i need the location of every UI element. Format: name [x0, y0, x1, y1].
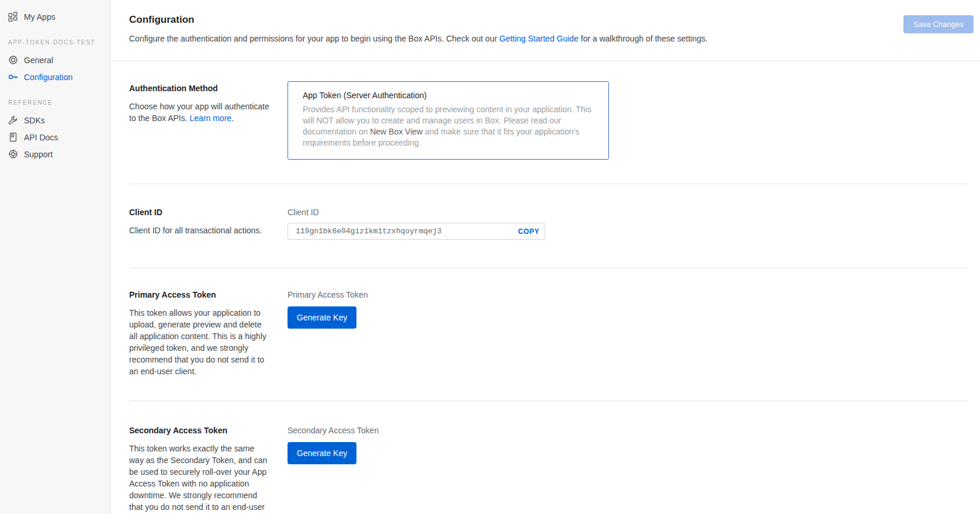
client-id-input[interactable] [288, 223, 545, 240]
content: Authentication Method Choose how your ap… [110, 61, 980, 514]
sidebar-item-label: Support [24, 150, 53, 159]
document-icon [8, 132, 18, 142]
key-icon [8, 72, 18, 82]
sidebar-reference-label: REFERENCE [8, 99, 110, 106]
client-id-label: Client ID [129, 208, 269, 217]
gear-icon [8, 55, 18, 65]
section-secondary-access-token: Secondary Access Token This token works … [129, 401, 967, 514]
primary-token-field-label: Primary Access Token [288, 290, 967, 299]
sidebar: My Apps APP-TOKEN-DOCS-TEST General Conf… [0, 0, 110, 514]
client-id-description: Client ID for all transactional actions. [129, 225, 269, 236]
sidebar-item-label: My Apps [24, 12, 56, 22]
grid-icon [8, 12, 18, 22]
sidebar-app-section-label: APP-TOKEN-DOCS-TEST [8, 39, 110, 46]
page-title: Configuration [129, 14, 967, 26]
app-token-option-title: App Token (Server Authentication) [303, 91, 594, 100]
primary-token-label: Primary Access Token [129, 290, 269, 299]
sidebar-item-label: General [24, 56, 53, 65]
secondary-token-field-label: Secondary Access Token [288, 426, 967, 435]
lifebuoy-icon [8, 149, 18, 159]
auth-method-description: Choose how your app will authenticate to… [129, 101, 269, 124]
client-id-field-label: Client ID [288, 208, 967, 217]
app-token-option-card[interactable]: App Token (Server Authentication) Provid… [288, 81, 609, 160]
client-id-field: COPY [288, 223, 545, 240]
section-client-id: Client ID Client ID for all transactiona… [129, 184, 967, 268]
learn-more-link[interactable]: Learn more. [190, 113, 234, 123]
sidebar-item-label: SDKs [24, 116, 45, 125]
app-token-option-description: Provides API functionality scoped to pre… [303, 104, 594, 149]
save-changes-button[interactable]: Save Changes [903, 15, 974, 33]
secondary-token-label: Secondary Access Token [129, 426, 269, 435]
primary-token-description: This token allows your application to up… [129, 307, 269, 377]
section-authentication-method: Authentication Method Choose how your ap… [129, 61, 967, 184]
copy-button[interactable]: COPY [518, 227, 539, 236]
sidebar-item-configuration[interactable]: Configuration [8, 68, 110, 85]
wrench-icon [8, 115, 18, 125]
sidebar-item-support[interactable]: Support [8, 146, 110, 163]
sidebar-item-general[interactable]: General [8, 51, 110, 68]
sidebar-item-api-docs[interactable]: API Docs [8, 129, 110, 146]
sidebar-item-sdks[interactable]: SDKs [8, 112, 110, 129]
sidebar-item-label: API Docs [24, 133, 58, 142]
sidebar-item-label: Configuration [24, 73, 72, 82]
generate-primary-key-button[interactable]: Generate Key [288, 306, 356, 329]
new-box-view-text: New Box View [370, 127, 423, 136]
page-header: Configuration Configure the authenticati… [110, 0, 980, 61]
main-panel: Configuration Configure the authenticati… [110, 0, 980, 514]
auth-method-label: Authentication Method [129, 84, 269, 93]
section-primary-access-token: Primary Access Token This token allows y… [129, 268, 967, 401]
getting-started-guide-link[interactable]: Getting Started Guide [500, 34, 579, 43]
page-subtitle: Configure the authentication and permiss… [129, 34, 967, 43]
sidebar-item-my-apps[interactable]: My Apps [8, 8, 110, 25]
secondary-token-description: This token works exactly the same way as… [129, 443, 269, 514]
generate-secondary-key-button[interactable]: Generate Key [288, 442, 356, 464]
